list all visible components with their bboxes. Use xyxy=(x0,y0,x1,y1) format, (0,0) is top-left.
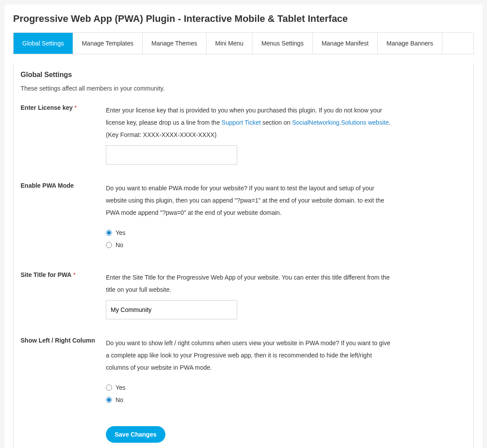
row-license-key: Enter License key * Enter your license k… xyxy=(21,104,466,164)
save-button[interactable]: Save Changes xyxy=(106,426,165,443)
tab-manage-templates[interactable]: Manage Templates xyxy=(73,33,143,54)
panel-desc: These settings affect all members in you… xyxy=(21,85,466,92)
row-enable-pwa: Enable PWA Mode Do you want to enable PW… xyxy=(21,182,466,254)
page-title: Progressive Web App (PWA) Plugin - Inter… xyxy=(13,13,474,24)
tab-bar: Global Settings Manage Templates Manage … xyxy=(13,32,474,54)
input-license-key[interactable] xyxy=(106,145,237,164)
radio-pwa-no[interactable]: No xyxy=(106,242,395,248)
panel-title: Global Settings xyxy=(21,71,466,79)
radio-input-columns-no[interactable] xyxy=(106,397,112,403)
tab-manage-manifest[interactable]: Manage Manifest xyxy=(313,33,378,54)
required-marker: * xyxy=(73,271,75,278)
link-support-ticket[interactable]: Support Ticket xyxy=(221,119,261,126)
row-show-columns: Show Left / Right Column Do you want to … xyxy=(21,337,466,409)
required-marker: * xyxy=(74,104,77,111)
input-site-title[interactable] xyxy=(106,300,237,319)
tab-global-settings[interactable]: Global Settings xyxy=(14,33,73,54)
page-container: Progressive Web App (PWA) Plugin - Inter… xyxy=(4,4,483,448)
desc-enable-pwa: Do you want to enable PWA mode for your … xyxy=(106,182,395,219)
tab-spacer xyxy=(442,33,473,54)
radio-input-pwa-no[interactable] xyxy=(106,242,112,248)
radio-input-pwa-yes[interactable] xyxy=(106,230,112,236)
tab-menus-settings[interactable]: Menus Settings xyxy=(252,33,313,54)
desc-site-title: Enter the Site Title for the Progressive… xyxy=(106,271,395,296)
row-site-title: Site Title for PWA * Enter the Site Titl… xyxy=(21,271,466,319)
tab-manage-banners[interactable]: Manage Banners xyxy=(378,33,442,54)
link-sns-website[interactable]: SocialNetworking.Solutions website xyxy=(292,119,389,126)
label-site-title: Site Title for PWA xyxy=(21,271,71,278)
radio-columns-yes[interactable]: Yes xyxy=(106,384,395,391)
settings-panel: Global Settings These settings affect al… xyxy=(13,63,474,448)
radio-columns-no[interactable]: No xyxy=(106,396,395,403)
label-show-columns: Show Left / Right Column xyxy=(21,337,95,344)
submit-row: Save Changes xyxy=(21,426,466,443)
desc-license-key: Enter your license key that is provided … xyxy=(106,104,395,141)
tab-mini-menu[interactable]: Mini Menu xyxy=(207,33,253,54)
radio-pwa-yes[interactable]: Yes xyxy=(106,229,395,236)
radio-input-columns-yes[interactable] xyxy=(106,385,112,391)
label-enable-pwa: Enable PWA Mode xyxy=(21,182,74,189)
tab-manage-themes[interactable]: Manage Themes xyxy=(143,33,207,54)
label-license-key: Enter License key xyxy=(21,104,73,111)
desc-show-columns: Do you want to show left / right columns… xyxy=(106,337,395,374)
